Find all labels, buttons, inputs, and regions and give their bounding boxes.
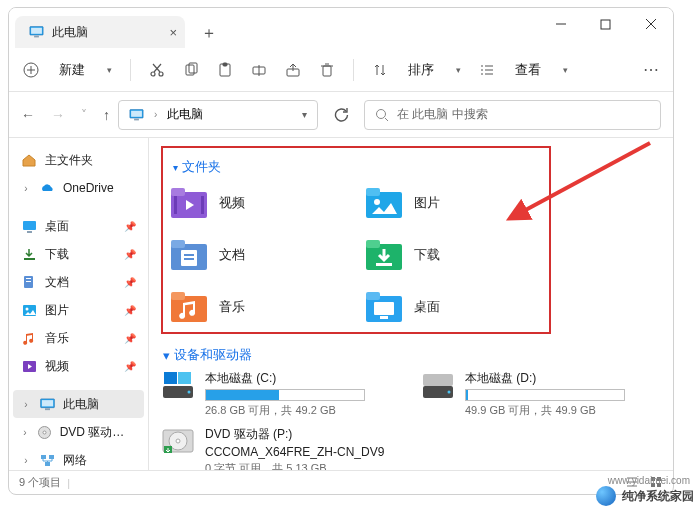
capacity-bar <box>465 389 625 401</box>
search-input[interactable]: 在 此电脑 中搜索 <box>364 100 661 130</box>
folders-heading[interactable]: ▾ 文件夹 <box>173 158 541 176</box>
folder-videos[interactable]: 视频 <box>171 182 346 224</box>
desktop-icon <box>21 219 37 233</box>
close-button[interactable] <box>628 8 673 40</box>
new-button[interactable]: 新建▾ <box>23 61 112 79</box>
sidebar-item-music[interactable]: 音乐📌 <box>13 324 144 352</box>
svg-rect-38 <box>27 231 32 233</box>
devices-heading[interactable]: ▾ 设备和驱动器 <box>163 346 661 364</box>
svg-rect-64 <box>184 254 194 256</box>
minimize-button[interactable] <box>538 8 583 40</box>
copy-icon[interactable] <box>183 62 199 78</box>
capacity-fill <box>466 390 468 400</box>
sort-label: 排序 <box>408 61 434 79</box>
more-button[interactable]: ⋯ <box>643 60 659 79</box>
sidebar-item-dvd[interactable]: ›DVD 驱动器 (P:) C <box>13 418 144 446</box>
sidebar: 主文件夹 › OneDrive 桌面📌 下载📌 文档📌 图片📌 音乐📌 视频📌 … <box>9 138 149 470</box>
drive-sub: 26.8 GB 可用，共 49.2 GB <box>205 403 401 418</box>
pin-icon: 📌 <box>124 277 136 288</box>
search-placeholder: 在 此电脑 中搜索 <box>397 106 488 123</box>
pin-icon: 📌 <box>124 221 136 232</box>
sidebar-item-onedrive[interactable]: › OneDrive <box>13 174 144 202</box>
svg-rect-53 <box>45 462 50 466</box>
svg-rect-47 <box>41 400 52 406</box>
share-icon[interactable] <box>285 62 301 78</box>
pin-icon: 📌 <box>124 305 136 316</box>
svg-rect-42 <box>26 281 31 282</box>
breadcrumb-bar[interactable]: › 此电脑 ▾ <box>118 100 318 130</box>
desktop-folder-icon <box>366 292 402 322</box>
svg-rect-34 <box>134 118 139 120</box>
nav-arrows: ← → ˅ ↑ <box>21 107 110 123</box>
folder-music[interactable]: 音乐 <box>171 286 346 328</box>
svg-rect-52 <box>49 455 54 459</box>
svg-rect-1 <box>31 28 42 34</box>
search-icon <box>375 108 389 122</box>
stage: 此电脑 × ＋ 新建▾ <box>0 0 700 510</box>
cut-icon[interactable] <box>149 62 165 78</box>
chevron-down-icon[interactable]: ▾ <box>302 109 307 120</box>
sidebar-item-desktop[interactable]: 桌面📌 <box>13 212 144 240</box>
svg-rect-4 <box>601 20 610 29</box>
svg-point-50 <box>43 431 46 434</box>
label: 桌面 <box>414 298 440 316</box>
up-button[interactable]: ˅ <box>81 108 87 122</box>
rename-icon[interactable] <box>251 62 267 78</box>
sidebar-item-home[interactable]: 主文件夹 <box>13 146 144 174</box>
breadcrumb-text: 此电脑 <box>167 106 203 123</box>
onedrive-icon <box>39 181 55 195</box>
folder-desktop[interactable]: 桌面 <box>366 286 541 328</box>
folder-pictures[interactable]: 图片 <box>366 182 541 224</box>
sidebar-item-this-pc[interactable]: ›此电脑 <box>13 390 144 418</box>
back-button[interactable]: ← <box>21 107 35 123</box>
sort-button[interactable]: 排序▾ <box>372 61 461 79</box>
svg-rect-17 <box>223 63 227 66</box>
paste-icon[interactable] <box>217 62 233 78</box>
svg-line-36 <box>385 118 388 121</box>
svg-rect-72 <box>366 292 380 300</box>
label: 文档 <box>45 274 69 291</box>
network-icon <box>39 453 55 467</box>
sidebar-item-network[interactable]: ›网络 <box>13 446 144 470</box>
tab-this-pc[interactable]: 此电脑 × <box>15 16 185 48</box>
brand-logo-icon <box>596 486 616 506</box>
up-arrow-button[interactable]: ↑ <box>103 107 110 123</box>
label: 音乐 <box>45 330 69 347</box>
svg-point-78 <box>188 391 191 394</box>
sidebar-item-videos[interactable]: 视频📌 <box>13 352 144 380</box>
view-button[interactable]: 查看▾ <box>479 61 568 79</box>
home-icon <box>21 153 37 167</box>
tab-close-icon[interactable]: × <box>169 25 177 40</box>
svg-point-11 <box>159 72 163 76</box>
item-count: 9 个项目 <box>19 475 61 490</box>
drive-sub: 49.9 GB 可用，共 49.9 GB <box>465 403 661 418</box>
sidebar-item-documents[interactable]: 文档📌 <box>13 268 144 296</box>
svg-rect-70 <box>171 292 185 300</box>
new-tab-button[interactable]: ＋ <box>195 23 223 44</box>
svg-rect-51 <box>41 455 46 459</box>
svg-point-10 <box>151 72 155 76</box>
folders-highlight-box: ▾ 文件夹 视频 图片 文档 <box>161 146 551 334</box>
maximize-button[interactable] <box>583 8 628 40</box>
delete-icon[interactable] <box>319 62 335 78</box>
svg-rect-59 <box>366 188 380 196</box>
sidebar-item-downloads[interactable]: 下载📌 <box>13 240 144 268</box>
label: 音乐 <box>219 298 245 316</box>
pin-icon: 📌 <box>124 361 136 372</box>
sidebar-item-pictures[interactable]: 图片📌 <box>13 296 144 324</box>
drive-c[interactable]: 本地磁盘 (C:) 26.8 GB 可用，共 49.2 GB <box>161 370 401 418</box>
folder-downloads[interactable]: 下载 <box>366 234 541 276</box>
drive-d[interactable]: 本地磁盘 (D:) 49.9 GB 可用，共 49.9 GB <box>421 370 661 418</box>
refresh-button[interactable] <box>326 100 356 130</box>
plus-circle-icon <box>23 62 39 78</box>
separator <box>353 59 354 81</box>
drive-dvd[interactable]: DVD 驱动器 (P:) CCCOMA_X64FRE_ZH-CN_DV9 0 字… <box>161 426 401 470</box>
folders-grid: 视频 图片 文档 下载 <box>171 182 541 328</box>
svg-point-44 <box>25 307 28 310</box>
heading-text: 设备和驱动器 <box>174 346 252 364</box>
forward-button[interactable]: → <box>51 107 65 123</box>
folder-documents[interactable]: 文档 <box>171 234 346 276</box>
label: 文档 <box>219 246 245 264</box>
videos-icon <box>21 359 37 373</box>
capacity-fill <box>206 390 279 400</box>
